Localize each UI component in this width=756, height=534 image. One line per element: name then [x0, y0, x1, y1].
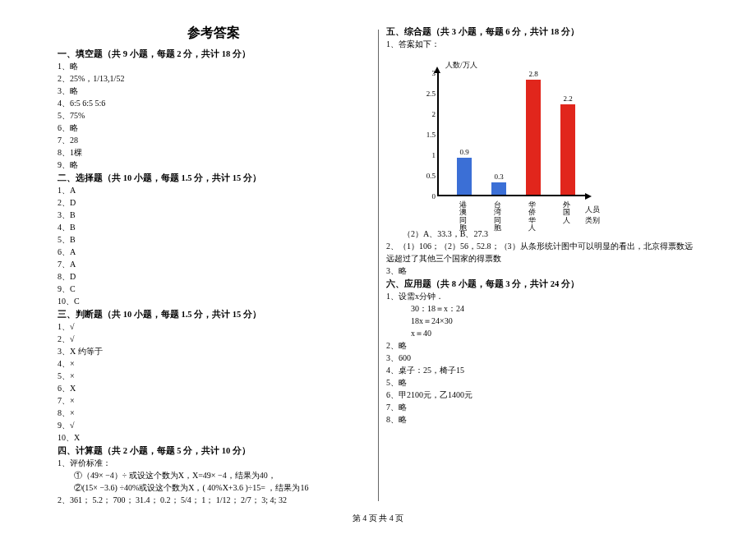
answer-item: 4、桌子：25，椅子15: [386, 364, 698, 376]
chart-value-label: 2.2: [560, 94, 576, 103]
chart-bar: [457, 158, 472, 195]
section-4-items: 1、评价标准： ①（49× −4）÷ 或设这个数为X，X=49× −4，结果为4…: [58, 457, 370, 506]
answer-item: 18x＝24×30: [386, 315, 698, 327]
answer-item: 7、×: [58, 394, 370, 407]
answer-item: 8、×: [58, 407, 370, 419]
chart-bar: [560, 104, 575, 195]
right-column: 五、综合题（共 3 小题，每题 6 分，共计 18 分） 1、答案如下： 人数/…: [378, 25, 707, 506]
answer-item: 1、设需x分钟．: [386, 290, 698, 302]
column-divider: [378, 30, 379, 501]
answer-item: 1、略: [58, 60, 370, 72]
chart-xlabel: 人员类别: [585, 205, 605, 226]
section-1-items: 1、略2、25%，1/13,1/523、略4、6:5 6:5 5:65、75%6…: [58, 60, 370, 171]
page-footer: 第 4 页 共 4 页: [0, 513, 756, 524]
section-2-head: 二、选择题（共 10 小题，每题 1.5 分，共计 15 分）: [58, 173, 370, 184]
answer-item: 3、B: [58, 209, 370, 221]
answer-item: 8、D: [58, 270, 370, 283]
answer-item: 8、略: [386, 413, 698, 426]
chart-bar: [526, 80, 541, 195]
chart-category-label: 港澳同胞: [459, 201, 467, 232]
answer-item: 5、75%: [58, 109, 370, 122]
answer-item: 7、略: [386, 401, 698, 413]
chart-value-label: 2.8: [525, 70, 542, 78]
answer-item: 3、600: [386, 352, 698, 364]
answer-item: 3、略: [386, 265, 698, 277]
answer-item: 1、√: [58, 320, 370, 333]
chart-ytick: 3: [419, 69, 436, 77]
answer-item: 7、A: [58, 258, 370, 270]
section-2-items: 1、A2、D3、B4、B5、B6、A7、A8、D9、C10、C: [58, 184, 370, 307]
chart-category-label: 外国人: [562, 201, 570, 224]
answer-item: 6、略: [58, 122, 370, 134]
answer-item: 4、B: [58, 221, 370, 233]
answer-item: 6、X: [58, 382, 370, 394]
section-5-head: 五、综合题（共 3 小题，每题 6 分，共计 18 分）: [386, 26, 698, 38]
page-title: 参考答案: [58, 25, 370, 42]
answer-item: ①（49× −4）÷ 或设这个数为X，X=49× −4，结果为40，: [58, 469, 370, 481]
answer-item: 9、略: [58, 159, 370, 171]
answer-item: 30：18＝x：24: [386, 302, 698, 315]
chart-ylabel: 人数/万人: [445, 60, 477, 71]
chart-ytick: 2.5: [419, 90, 436, 98]
section-1-head: 一、填空题（共 9 小题，每题 2 分，共计 18 分）: [58, 48, 370, 60]
section-5-pre: 1、答案如下：: [386, 38, 698, 50]
answer-item: 1、A: [58, 184, 370, 196]
answer-item: 6、A: [58, 246, 370, 258]
section-6-items: 1、设需x分钟．30：18＝x：2418x＝24×30x＝402、略3、6004…: [386, 290, 698, 426]
answer-item: 5、B: [58, 233, 370, 246]
answer-item: 2、361； 5.2； 700； 31.4； 0.2； 5/4； 1； 1/12…: [58, 494, 370, 506]
answer-item: 5、×: [58, 370, 370, 382]
chart-value-label: 0.9: [456, 148, 472, 156]
answer-item: 10、X: [58, 431, 370, 444]
chart-ytick: 0: [419, 192, 436, 200]
chart-ytick: 1: [419, 151, 436, 159]
section-5-after: （2）A、33.3，B、27.3: [386, 228, 698, 240]
answer-item: 4、6:5 6:5 5:6: [58, 97, 370, 109]
x-axis-arrow-icon: [585, 193, 592, 200]
answer-item: 2、25%，1/13,1/52: [58, 72, 370, 85]
section-3-items: 1、√2、√3、X 约等于4、×5、×6、X7、×8、×9、√10、X: [58, 320, 370, 444]
answer-item: 9、C: [58, 283, 370, 295]
left-column: 参考答案 一、填空题（共 9 小题，每题 2 分，共计 18 分） 1、略2、2…: [49, 25, 378, 506]
chart-plot-area: 0.90.32.82.2: [437, 73, 585, 196]
answer-item: 2、略: [386, 339, 698, 352]
section-5-items: 2、（1）106；（2）56，52.8；（3）从条形统计图中可以明显的看出，北京…: [386, 240, 698, 277]
answer-item: 10、C: [58, 295, 370, 307]
answer-item: 8、1棵: [58, 146, 370, 159]
section-3-head: 三、判断题（共 10 小题，每题 1.5 分，共计 15 分）: [58, 309, 370, 320]
chart-category-label: 华侨华人: [528, 201, 536, 232]
answer-item: 2、D: [58, 196, 370, 209]
answer-item: ②(15× −3.6) ÷40%或设这个数为X，( 40%X+3.6 )÷15=…: [58, 481, 370, 494]
answer-item: x＝40: [386, 327, 698, 339]
section-6-head: 六、应用题（共 8 小题，每题 3 分，共计 24 分）: [386, 279, 698, 290]
chart-category-label: 台湾同胞: [493, 201, 501, 232]
answer-item: 2、（1）106；（2）56，52.8；（3）从条形统计图中可以明显的看出，北京…: [386, 240, 698, 265]
chart-ytick: 0.5: [419, 172, 436, 180]
chart-bar: [491, 182, 506, 195]
chart-ytick: 1.5: [419, 131, 436, 139]
section-4-head: 四、计算题（共 2 小题，每题 5 分，共计 10 分）: [58, 445, 370, 457]
bar-chart: 人数/万人 0.90.32.82.2 人员类别 港澳同胞台湾同胞华侨华人外国人 …: [416, 58, 605, 223]
chart-value-label: 0.3: [491, 173, 507, 181]
answer-item: 3、略: [58, 85, 370, 97]
answer-item: 9、√: [58, 419, 370, 431]
answer-item: 3、X 约等于: [58, 345, 370, 357]
answer-item: 1、评价标准：: [58, 457, 370, 469]
answer-item: 6、甲2100元，乙1400元: [386, 389, 698, 401]
answer-item: 5、略: [386, 376, 698, 389]
answer-item: 4、×: [58, 357, 370, 370]
chart-ytick: 2: [419, 110, 436, 118]
answer-item: 2、√: [58, 333, 370, 345]
answer-item: 7、28: [58, 134, 370, 146]
